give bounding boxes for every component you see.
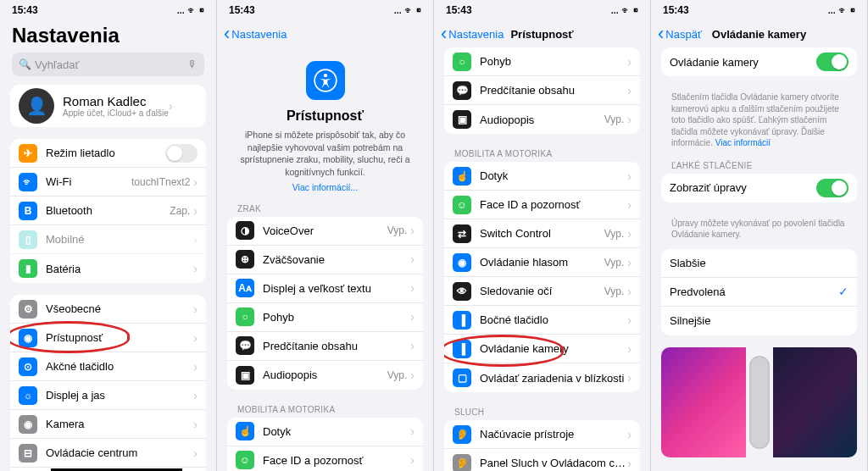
- back-button[interactable]: Naspäť: [658, 25, 702, 43]
- row-akcne-tlacidlo[interactable]: ⊙Akčné tlačidlo›: [10, 352, 206, 381]
- row-sledovanie-oci[interactable]: 👁Sledovanie očíVyp.›: [444, 277, 640, 306]
- zvacsovanie-icon: ⊕: [236, 250, 254, 269]
- row-pohyb[interactable]: ○Pohyb›: [227, 303, 423, 332]
- chevron-right-icon: ›: [193, 302, 198, 316]
- toggle-switch[interactable]: [165, 144, 198, 163]
- toggle-switch[interactable]: [816, 53, 849, 71]
- row-ovladacie-centrum[interactable]: ⊟Ovládacie centrum›: [10, 439, 206, 468]
- row-wi-fi[interactable]: ᯤWi-FitouchITnext2›: [10, 168, 206, 197]
- row-dotyk[interactable]: ☝Dotyk›: [227, 418, 423, 446]
- status-icons: ... ᯤ ◧: [394, 5, 421, 15]
- chevron-right-icon: ›: [193, 204, 198, 218]
- row-value: Vyp.: [387, 369, 408, 381]
- svg-point-1: [323, 74, 326, 77]
- pohyb-icon: ○: [453, 53, 471, 71]
- row-label: Pohyb: [480, 55, 627, 68]
- row-kamera[interactable]: ◉Kamera›: [10, 410, 206, 439]
- ovladacie-centrum-icon: ⊟: [19, 444, 37, 463]
- row-audiopopis[interactable]: ▣AudiopopisVyp.›: [227, 361, 423, 390]
- row-show-adjustments-toggle[interactable]: Zobraziť úpravy: [661, 174, 857, 202]
- screen-camera-control: 15:43 ... ᯤ ◧ Naspäť Ovládanie kamery Ov…: [651, 0, 868, 471]
- row-camera-control-toggle[interactable]: Ovládanie kamery: [661, 47, 857, 76]
- bocne-tlacidlo-icon: ▐: [453, 311, 471, 330]
- row-label: Načúvacie prístroje: [480, 428, 627, 441]
- search-input[interactable]: 🔍 Vyhľadať 🎙: [12, 53, 204, 76]
- chevron-right-icon: ›: [627, 113, 632, 126]
- pristupnost-icon: ◉: [19, 329, 37, 347]
- profile-row[interactable]: 👤 Roman Kadlec Apple účet, iCloud+ a ďal…: [10, 85, 206, 127]
- ovladanie-kamery-icon: ▐: [453, 340, 471, 358]
- status-bar: 15:43 ... ᯤ ◧: [0, 0, 216, 20]
- row-label: Predvolená: [670, 285, 838, 298]
- rezim-lietadlo-icon: ✈: [19, 144, 37, 163]
- row-face-id-a-pozornost[interactable]: ☺Face ID a pozornosť›: [444, 191, 640, 219]
- row-label: Režim lietadlo: [46, 147, 165, 159]
- row-switch-control[interactable]: ⇄Switch ControlVyp.›: [444, 219, 640, 248]
- row-zvacsovanie[interactable]: ⊕Zväčšovanie›: [227, 246, 423, 274]
- chevron-right-icon: ›: [193, 418, 198, 431]
- row-label: Bočné tlačidlo: [480, 313, 627, 326]
- chevron-right-icon: ›: [410, 310, 415, 324]
- chevron-right-icon: ›: [410, 339, 415, 352]
- footnote: Úpravy môžete vykonávať po povolení tlač…: [651, 214, 867, 249]
- chevron-right-icon: ›: [410, 424, 415, 438]
- row-displej-a-jas[interactable]: ☼Displej a jas›: [10, 381, 206, 410]
- checkmark-icon: ✓: [838, 285, 849, 298]
- row-dotyk[interactable]: ☝Dotyk›: [444, 162, 640, 191]
- back-button[interactable]: Nastavenia: [224, 25, 287, 43]
- row-audiopopis[interactable]: ▣AudiopopisVyp.›: [444, 105, 640, 134]
- back-button[interactable]: Nastavenia: [441, 25, 504, 43]
- status-bar: 15:43 ... ᯤ ◧: [217, 0, 433, 20]
- row-label: Predčítanie obsahu: [263, 340, 410, 352]
- more-info-link[interactable]: Viac informácií: [715, 138, 771, 147]
- face-id-a-pozornost-icon: ☺: [236, 451, 254, 469]
- bateria-icon: ▮: [19, 259, 37, 278]
- row-pohyb[interactable]: ○Pohyb›: [444, 47, 640, 76]
- row-label: Predčítanie obsahu: [480, 84, 627, 97]
- row-ovladanie-hlasom[interactable]: ◉Ovládanie hlasomVyp.›: [444, 248, 640, 277]
- section-header-vision: Zrak: [217, 201, 433, 217]
- mic-icon[interactable]: 🎙: [187, 58, 198, 70]
- chevron-right-icon: ›: [627, 342, 632, 356]
- row-option-predvolená[interactable]: Predvolená✓: [661, 278, 857, 307]
- row-predcitanie-obsahu[interactable]: 💬Predčítanie obsahu›: [444, 76, 640, 105]
- row-bluetooth[interactable]: BBluetoothZap.›: [10, 197, 206, 225]
- row-label: Mobilné: [46, 233, 193, 246]
- row-rezim-lietadlo[interactable]: ✈Režim lietadlo: [10, 139, 206, 168]
- row-ovladat-zariadenia-v-blizkosti[interactable]: ▢Ovládať zariadenia v blízkosti›: [444, 363, 640, 392]
- hero-link[interactable]: Viac informácií...: [292, 182, 358, 192]
- row-label: Face ID a pozornosť: [480, 198, 627, 211]
- row-option-silnejšie[interactable]: Silnejšie: [661, 307, 857, 335]
- chevron-right-icon: ›: [193, 446, 198, 460]
- panel-sluch-v-ovladacom-centre-icon: 👂: [453, 454, 471, 472]
- hero-desc: iPhone si môžete prispôsobiť tak, aby čo…: [232, 129, 418, 179]
- dotyk-icon: ☝: [453, 167, 471, 186]
- profile-sub: Apple účet, iCloud+ a ďalšie: [63, 108, 169, 118]
- kamera-icon: ◉: [19, 415, 37, 434]
- row-label: Všeobecné: [46, 302, 193, 315]
- nav-bar: Nastavenia: [217, 20, 433, 47]
- chevron-right-icon: ›: [627, 55, 632, 69]
- row-label: Wi-Fi: [46, 175, 131, 188]
- row-pristupnost[interactable]: ◉Prístupnosť›: [10, 324, 206, 352]
- row-predcitanie-obsahu[interactable]: 💬Predčítanie obsahu›: [227, 332, 423, 361]
- row-option-slabšie[interactable]: Slabšie: [661, 249, 857, 278]
- row-value: Zap.: [170, 205, 190, 217]
- row-voiceover[interactable]: ◑VoiceOverVyp.›: [227, 217, 423, 246]
- row-mobilne[interactable]: ▯Mobilné›: [10, 225, 206, 254]
- row-bocne-tlacidlo[interactable]: ▐Bočné tlačidlo›: [444, 306, 640, 335]
- row-face-id-a-pozornost[interactable]: ☺Face ID a pozornosť›: [227, 446, 423, 471]
- row-ovladanie-kamery[interactable]: ▐Ovládanie kamery›: [444, 335, 640, 363]
- row-bateria[interactable]: ▮Batéria›: [10, 254, 206, 283]
- row-displej-a-velkost-textu[interactable]: AᴀDisplej a veľkosť textu›: [227, 274, 423, 303]
- row-label: Bluetooth: [46, 204, 170, 217]
- chevron-right-icon: ›: [193, 175, 198, 189]
- status-time: 15:43: [12, 4, 38, 16]
- chevron-right-icon: ›: [627, 313, 632, 327]
- toggle-switch[interactable]: [816, 179, 849, 197]
- screen-accessibility: 15:43 ... ᯤ ◧ Nastavenia Prístupnosť iPh…: [217, 0, 434, 471]
- row-panel-sluch-v-ovladacom-centre[interactable]: 👂Panel Sluch v Ovládacom centre›: [444, 449, 640, 471]
- row-nacuvacie-pristroje[interactable]: 👂Načúvacie prístroje›: [444, 420, 640, 449]
- row-vseobecne[interactable]: ⚙Všeobecné›: [10, 295, 206, 324]
- row-label: Dotyk: [480, 169, 627, 182]
